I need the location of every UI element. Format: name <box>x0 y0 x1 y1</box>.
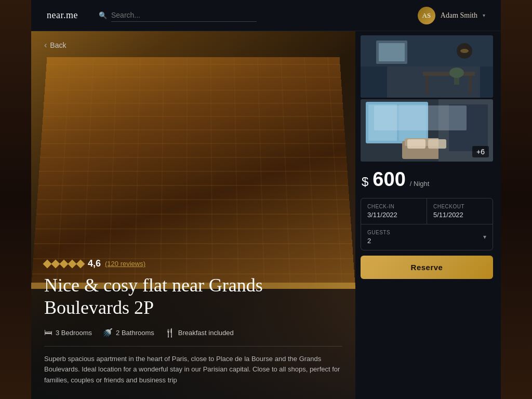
bath-icon: 🚿 <box>102 328 113 338</box>
date-row: Check-in 3/11/2022 Checkout 5/11/2022 <box>361 198 493 224</box>
guests-label: Guests <box>367 230 390 235</box>
building-facade <box>31 31 355 289</box>
guests-left: Guests 2 <box>367 230 390 245</box>
checkout-field[interactable]: Checkout 5/11/2022 <box>427 198 493 224</box>
right-panel: +6 $ 600 / Night Check-in 3/11/2022 <box>355 31 501 399</box>
divider <box>44 346 342 347</box>
svg-rect-9 <box>454 74 459 85</box>
svg-rect-19 <box>407 139 425 149</box>
bed-icon: 🛏 <box>44 328 52 337</box>
price-row: $ 600 / Night <box>361 168 493 191</box>
room-photo-1 <box>361 35 493 98</box>
photo-gallery: +6 <box>355 31 501 166</box>
svg-rect-18 <box>449 104 488 151</box>
checkin-label: Check-in <box>367 204 420 209</box>
star-4 <box>68 259 77 268</box>
rating-number: 4,6 <box>88 258 101 269</box>
rating-reviews[interactable]: (120 reviews) <box>105 260 145 268</box>
property-title: Nice & cosy flat near Grands Boulevards … <box>44 274 342 319</box>
main-content: ‹ Back <box>31 31 501 399</box>
checkout-value: 5/11/2022 <box>433 211 486 219</box>
svg-point-10 <box>449 68 464 78</box>
svg-rect-4 <box>423 72 475 76</box>
search-icon: 🔍 <box>99 11 107 20</box>
booking-form: Check-in 3/11/2022 Checkout 5/11/2022 Gu… <box>361 198 493 250</box>
svg-rect-20 <box>428 139 446 149</box>
amenity-bathrooms: 🚿 2 Bathrooms <box>102 328 154 338</box>
svg-rect-5 <box>425 76 429 94</box>
chevron-down-icon: ▾ <box>483 12 485 18</box>
back-arrow-icon: ‹ <box>44 41 47 50</box>
guests-value: 2 <box>367 237 390 245</box>
breakfast-icon: 🍴 <box>165 328 175 338</box>
checkin-field[interactable]: Check-in 3/11/2022 <box>361 198 427 224</box>
rating-row: 4,6 (120 reviews) <box>44 258 342 269</box>
content-overlay: 4,6 (120 reviews) Nice & cosy flat near … <box>31 258 355 399</box>
facade-detail <box>31 57 355 289</box>
checkin-value: 3/11/2022 <box>367 211 420 219</box>
left-decoration <box>0 0 31 399</box>
amenity-bedrooms: 🛏 3 Bedrooms <box>44 328 92 337</box>
star-2 <box>51 259 60 268</box>
user-area[interactable]: AS Adam Smith ▾ <box>418 7 485 24</box>
bathrooms-label: 2 Bathrooms <box>116 329 154 337</box>
breakfast-label: Breakfast included <box>178 329 234 337</box>
search-input[interactable] <box>111 9 257 22</box>
price-symbol: $ <box>362 175 368 189</box>
star-5 <box>76 259 85 268</box>
per-night-label: / Night <box>410 180 430 188</box>
star-3 <box>60 259 69 268</box>
svg-rect-13 <box>368 104 397 141</box>
back-button[interactable]: ‹ Back <box>44 41 66 50</box>
search-bar: 🔍 <box>99 9 397 22</box>
header: near.me 🔍 AS Adam Smith ▾ <box>31 0 501 31</box>
price-amount: 600 <box>373 168 405 191</box>
star-1 <box>43 259 52 268</box>
more-photos-badge[interactable]: +6 <box>472 146 489 157</box>
guests-chevron-icon: ▾ <box>483 233 486 241</box>
svg-point-8 <box>460 49 469 53</box>
property-description: Superb spacious apartment in the heart o… <box>44 354 342 386</box>
back-label: Back <box>50 41 66 49</box>
checkout-label: Checkout <box>433 204 486 209</box>
svg-rect-6 <box>469 76 472 94</box>
photo-thumb-1[interactable] <box>361 35 493 98</box>
user-name: Adam Smith <box>441 11 477 20</box>
photo-thumb-2[interactable]: +6 <box>361 99 493 162</box>
app-container: near.me 🔍 AS Adam Smith ▾ ‹ Back <box>31 0 501 399</box>
amenities-row: 🛏 3 Bedrooms 🚿 2 Bathrooms 🍴 Breakfast i… <box>44 328 342 338</box>
svg-rect-14 <box>399 104 426 141</box>
amenity-breakfast: 🍴 Breakfast included <box>165 328 234 338</box>
right-decoration <box>501 0 532 399</box>
logo: near.me <box>47 10 78 21</box>
stars <box>44 261 84 267</box>
guests-row[interactable]: Guests 2 ▾ <box>361 224 493 250</box>
reserve-button[interactable]: Reserve <box>361 256 493 279</box>
bedrooms-label: 3 Bedrooms <box>56 329 92 337</box>
booking-card: $ 600 / Night Check-in 3/11/2022 Checkou… <box>361 168 493 394</box>
left-panel: ‹ Back <box>31 31 355 399</box>
avatar: AS <box>418 7 435 24</box>
svg-rect-3 <box>379 43 405 61</box>
